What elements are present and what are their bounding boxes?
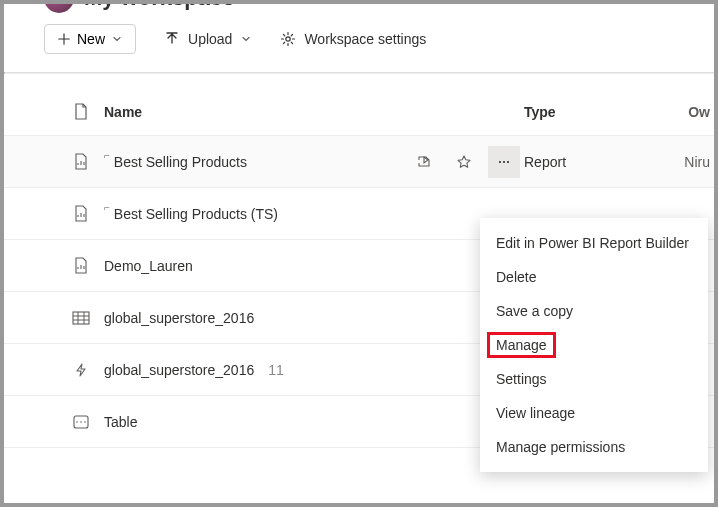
item-name: global_superstore_2016 [104, 310, 254, 326]
file-icon [58, 103, 104, 121]
svg-point-6 [76, 421, 78, 423]
item-name: global_superstore_2016 [104, 362, 254, 378]
more-options-button[interactable] [488, 146, 520, 178]
prefix-mark: ⌐ [104, 150, 110, 161]
item-name: Best Selling Products (TS) [114, 206, 278, 222]
svg-point-7 [80, 421, 82, 423]
item-owner: Niru [664, 154, 714, 170]
upload-button[interactable]: Upload [164, 31, 252, 47]
workspace-settings-button[interactable]: Workspace settings [280, 31, 426, 47]
workspace-title: My workspace [84, 4, 234, 11]
workbook-icon [58, 310, 104, 326]
report-icon [58, 205, 104, 223]
dataflow-icon [58, 362, 104, 378]
table-header: Name Type Ow [4, 88, 714, 136]
context-menu: Edit in Power BI Report Builder Delete S… [480, 218, 708, 472]
item-name: Best Selling Products [114, 154, 247, 170]
item-type: Report [524, 154, 664, 170]
new-button[interactable]: New [44, 24, 136, 54]
table-row[interactable]: ⌐ Best Selling Products Report Niru [4, 136, 714, 188]
menu-item-edit-report-builder[interactable]: Edit in Power BI Report Builder [480, 226, 708, 260]
menu-item-view-lineage[interactable]: View lineage [480, 396, 708, 430]
chevron-down-icon[interactable] [248, 4, 262, 5]
svg-point-8 [84, 421, 86, 423]
upload-icon [164, 31, 180, 47]
star-icon[interactable] [444, 154, 484, 170]
svg-point-3 [507, 160, 509, 162]
share-icon[interactable] [404, 154, 444, 170]
upload-label: Upload [188, 31, 232, 47]
column-name[interactable]: Name [104, 104, 404, 120]
gear-icon [280, 31, 296, 47]
workspace-settings-label: Workspace settings [304, 31, 426, 47]
ellipsis-icon [496, 154, 512, 170]
menu-item-delete[interactable]: Delete [480, 260, 708, 294]
svg-point-2 [503, 160, 505, 162]
column-type[interactable]: Type [524, 104, 664, 120]
svg-point-1 [499, 160, 501, 162]
column-owner[interactable]: Ow [664, 104, 714, 120]
item-name: Table [104, 414, 137, 430]
table-icon [58, 415, 104, 429]
menu-item-settings[interactable]: Settings [480, 362, 708, 396]
item-count: 11 [268, 362, 284, 378]
menu-item-manage-permissions[interactable]: Manage permissions [480, 430, 708, 464]
plus-icon [57, 32, 71, 46]
svg-point-0 [286, 37, 290, 41]
prefix-mark: ⌐ [104, 202, 110, 213]
svg-rect-4 [73, 312, 89, 324]
item-name: Demo_Lauren [104, 258, 193, 274]
report-icon [58, 153, 104, 171]
new-button-label: New [77, 31, 105, 47]
chevron-down-icon [240, 33, 252, 45]
chevron-down-icon [111, 33, 123, 45]
menu-item-manage[interactable]: Manage [480, 328, 708, 362]
report-icon [58, 257, 104, 275]
menu-item-save-copy[interactable]: Save a copy [480, 294, 708, 328]
